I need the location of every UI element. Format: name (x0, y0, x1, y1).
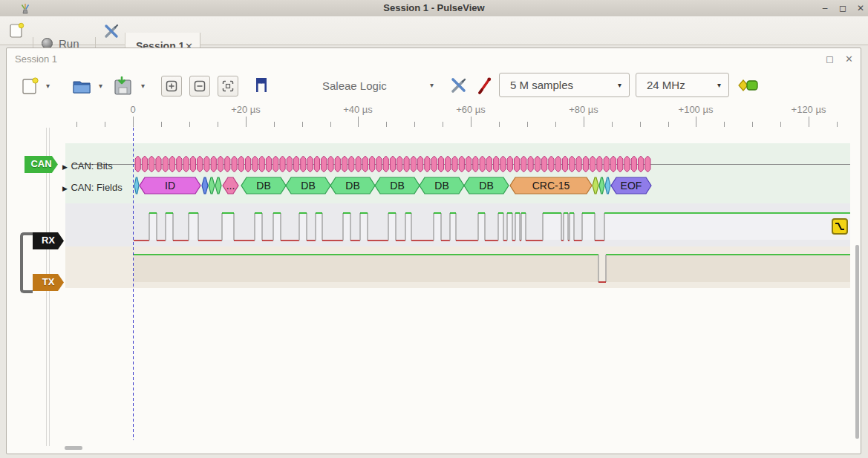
can-bit-annotation (190, 156, 195, 172)
can-bit-annotation (404, 156, 409, 172)
can-bit-annotation (500, 156, 506, 172)
rx-pulse-fill (189, 213, 198, 240)
can-bit-annotation (610, 156, 616, 172)
channel-tag-rx[interactable]: RX (33, 232, 64, 249)
can-field-label: DB (390, 180, 404, 192)
expand-arrow-icon[interactable]: ▶ (62, 163, 68, 171)
decoder-row-fields[interactable]: ▶ CAN: Fields (62, 180, 123, 194)
rx-pulse-fill (570, 213, 574, 240)
can-bit-annotation (645, 156, 650, 172)
can-bit-annotation (211, 156, 216, 172)
can-bit-annotation (246, 156, 251, 172)
can-bit-annotation (597, 156, 602, 172)
can-field-annotation[interactable] (202, 177, 208, 194)
can-bit-annotation (576, 156, 581, 172)
can-bit-annotation (356, 156, 361, 172)
rx-pulse-fill (222, 213, 234, 240)
can-bit-annotation (280, 156, 285, 172)
can-bit-annotation (198, 156, 203, 172)
rx-pulse-fill (149, 213, 157, 240)
can-bit-annotation (135, 156, 140, 172)
can-bit-annotation (438, 156, 443, 172)
can-bit-annotation (604, 156, 609, 172)
can-bit-annotation (452, 156, 457, 172)
channel-group-bracket (20, 232, 33, 293)
decoder-tag-can[interactable]: CAN (25, 156, 58, 173)
can-bit-annotation (562, 156, 567, 172)
can-bit-annotation (383, 156, 388, 172)
can-field-annotation[interactable] (209, 177, 215, 194)
channel-tag-tx[interactable]: TX (33, 274, 64, 291)
rx-pulse-fill (604, 213, 850, 240)
bits-row-label: CAN: Bits (71, 160, 112, 171)
can-field-label: DB (301, 180, 315, 192)
can-bit-annotation (293, 156, 298, 172)
can-field-label: DB (345, 180, 359, 192)
fields-row-label: CAN: Fields (71, 182, 122, 193)
rx-pulse-fill (450, 213, 456, 240)
rx-pulse-fill (478, 213, 485, 240)
rx-pulse-fill (521, 213, 526, 240)
can-bit-annotation (507, 156, 512, 172)
can-bit-annotation (528, 156, 533, 172)
can-bit-annotation (446, 156, 451, 172)
decoder-row-bits[interactable]: ▶ CAN: Bits (62, 159, 113, 172)
vertical-scrollbar-handle[interactable] (855, 245, 859, 439)
can-bit-annotation (638, 156, 643, 172)
can-bit-annotation (624, 156, 630, 172)
can-bit-annotation (218, 156, 223, 172)
rx-pulse-fill (273, 213, 281, 240)
can-bit-annotation (431, 156, 437, 172)
can-bit-annotation (349, 156, 354, 172)
can-field-label: ... (226, 180, 235, 192)
can-bit-annotation (314, 156, 319, 172)
expand-arrow-icon[interactable]: ▶ (62, 185, 68, 192)
rx-pulse-fill (498, 213, 503, 240)
can-bit-annotation (494, 156, 499, 172)
rx-pulse-fill (543, 213, 561, 240)
rx-pulse-fill (343, 213, 350, 240)
can-bit-annotation (514, 156, 519, 172)
can-bit-annotation (390, 156, 395, 172)
can-bit-annotation (204, 156, 209, 172)
can-bit-annotation (570, 156, 575, 172)
can-bit-annotation (177, 156, 182, 172)
can-bit-annotation (480, 156, 485, 172)
can-bit-annotation (425, 156, 430, 172)
can-bit-annotation (362, 156, 368, 172)
can-bit-annotation (335, 156, 340, 172)
can-bit-annotation (342, 156, 347, 172)
can-field-annotation[interactable] (134, 177, 139, 194)
can-bit-annotation (225, 156, 230, 172)
trigger-marker-falling-edge[interactable] (832, 218, 848, 235)
can-bit-annotation (631, 156, 636, 172)
rx-pulse-fill (507, 213, 512, 240)
can-bit-annotation (555, 156, 561, 172)
can-field-annotation[interactable] (215, 177, 221, 194)
can-bit-annotation (397, 156, 402, 172)
rx-pulse-fill (166, 213, 173, 240)
can-bit-annotation (411, 156, 416, 172)
can-field-label: CRC-15 (532, 180, 570, 192)
can-bit-annotation (273, 156, 278, 172)
trace-view-canvas[interactable]: ID...DBDBDBDBDBDBCRC-15EOF (0, 0, 868, 458)
pulseview-window: Session 1 - PulseView – ◻ ✕ Run Session … (0, 0, 868, 458)
can-bit-annotation (232, 156, 237, 172)
rx-pulse-fill (405, 213, 411, 240)
tx-high-fill (134, 255, 598, 282)
can-bit-annotation (459, 156, 464, 172)
can-bit-annotation (418, 156, 423, 172)
can-field-annotation[interactable] (605, 177, 610, 194)
rx-pulse-fill (360, 213, 368, 240)
horizontal-scrollbar-handle[interactable] (65, 446, 82, 450)
can-bit-annotation (238, 156, 244, 172)
can-field-label: EOF (621, 180, 642, 192)
rx-pulse-fill (515, 213, 520, 240)
can-bit-annotation (142, 156, 147, 172)
rx-pulse-fill (316, 213, 322, 240)
can-bit-annotation (549, 156, 554, 172)
can-bit-annotation (542, 156, 547, 172)
can-bit-annotation (163, 156, 168, 172)
can-field-annotation[interactable] (593, 177, 598, 194)
can-field-annotation[interactable] (599, 177, 604, 194)
